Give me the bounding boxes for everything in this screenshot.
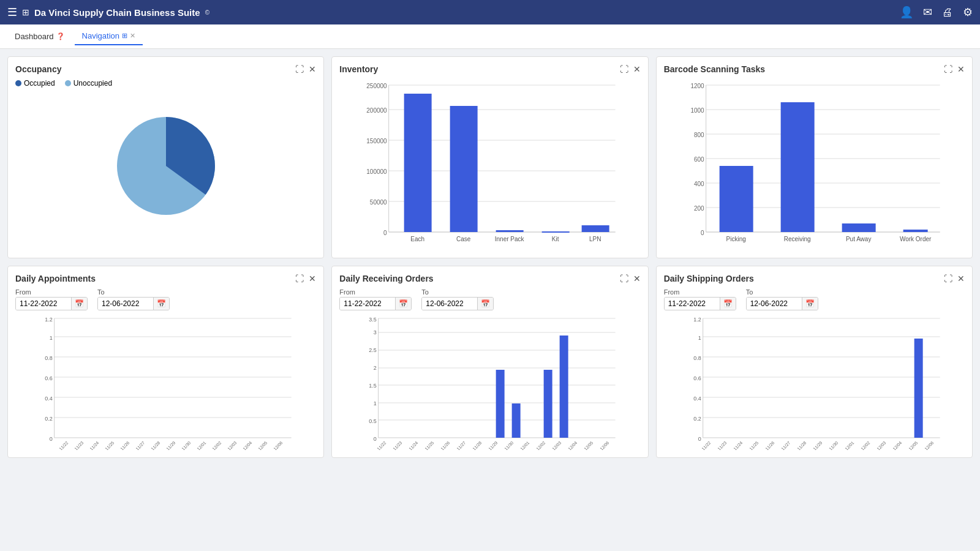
bar-inner-pack (496, 230, 524, 232)
daily-shipping-from-calendar-icon[interactable]: 📅 (720, 298, 736, 310)
svg-text:11/22: 11/22 (701, 440, 711, 450)
daily-receiving-to-calendar-icon[interactable]: 📅 (477, 298, 493, 310)
inventory-close-icon[interactable]: ✕ (633, 64, 641, 74)
legend-unoccupied: Unoccupied (65, 79, 112, 88)
inventory-widget: Inventory ⛶ ✕ 0 50000 100000 150000 2000… (331, 56, 648, 258)
tab-navigation-close[interactable]: ✕ (130, 32, 135, 40)
barcode-scanning-title: Barcode Scanning Tasks (664, 64, 765, 74)
daily-appointments-from-input[interactable] (16, 298, 71, 310)
svg-text:12/06: 12/06 (600, 440, 610, 450)
bar-kit (542, 231, 570, 233)
daily-receiving-close-icon[interactable]: ✕ (633, 274, 641, 283)
svg-text:3: 3 (374, 329, 377, 335)
svg-text:1000: 1000 (690, 107, 704, 114)
svg-text:12/04: 12/04 (242, 440, 252, 450)
daily-shipping-to-field: To 📅 (746, 288, 818, 310)
svg-text:11/27: 11/27 (456, 440, 467, 450)
app-title: Da Vinci Supply Chain Business Suite (34, 7, 200, 18)
daily-receiving-expand-icon[interactable]: ⛶ (620, 274, 628, 283)
svg-text:Case: Case (456, 236, 471, 242)
svg-text:11/24: 11/24 (89, 440, 99, 450)
svg-text:1.2: 1.2 (693, 317, 701, 323)
daily-receiving-controls: ⛶ ✕ (620, 274, 641, 283)
daily-appointments-to-field: To 📅 (97, 288, 170, 310)
svg-text:0.5: 0.5 (369, 418, 377, 424)
daily-appointments-widget: Daily Appointments ⛶ ✕ From 📅 To 📅 (7, 266, 324, 458)
svg-text:11/27: 11/27 (780, 440, 791, 450)
navigation-grid-icon: ⊞ (122, 32, 127, 40)
shipping-chart-svg: 0 0.2 0.4 0.6 0.8 1 1.2 11/22 11/23 (664, 315, 965, 450)
bar-picking (719, 166, 753, 232)
daily-receiving-from-field: From 📅 (339, 288, 412, 310)
bar-recv-13 (560, 335, 568, 438)
occupancy-close-icon[interactable]: ✕ (309, 64, 316, 74)
daily-receiving-chart: 0 0.5 1 1.5 2 2.5 3 3.5 (339, 315, 640, 450)
svg-text:12/04: 12/04 (568, 440, 578, 450)
svg-text:250000: 250000 (367, 83, 388, 89)
barcode-scanning-close-icon[interactable]: ✕ (957, 64, 965, 74)
user-icon[interactable]: 👤 (900, 6, 913, 19)
svg-text:0.4: 0.4 (45, 395, 53, 402)
daily-shipping-to-input[interactable] (747, 298, 802, 310)
daily-receiving-to-input[interactable] (422, 298, 477, 310)
daily-appointments-to-input[interactable] (98, 298, 153, 310)
daily-receiving-from-calendar-icon[interactable]: 📅 (395, 298, 411, 310)
svg-text:12/05: 12/05 (584, 440, 594, 450)
daily-appointments-to-calendar-icon[interactable]: 📅 (153, 298, 169, 310)
svg-text:12/02: 12/02 (211, 440, 222, 450)
occupancy-controls: ⛶ ✕ (295, 64, 316, 74)
svg-text:12/03: 12/03 (227, 440, 237, 450)
svg-text:0: 0 (383, 230, 387, 236)
inbox-icon[interactable]: ✉ (923, 6, 932, 19)
header-icons: 👤 ✉ 🖨 ⚙ (900, 6, 973, 19)
tab-dashboard[interactable]: Dashboard ❓ (7, 28, 72, 45)
bar-recv-7 (496, 370, 505, 438)
svg-text:12/02: 12/02 (860, 440, 870, 450)
settings-icon[interactable]: ⚙ (963, 6, 973, 19)
barcode-scanning-controls: ⛶ ✕ (944, 64, 965, 74)
svg-text:11/29: 11/29 (165, 440, 176, 450)
occupancy-legend: Occupied Unoccupied (15, 79, 316, 88)
daily-appointments-from-calendar-icon[interactable]: 📅 (71, 298, 87, 310)
svg-text:12/04: 12/04 (892, 440, 902, 450)
daily-appointments-expand-icon[interactable]: ⛶ (295, 274, 304, 283)
barcode-bar-chart-svg: 0 200 400 600 800 1000 1200 (664, 79, 965, 250)
header-left: ☰ ⊞ Da Vinci Supply Chain Business Suite… (7, 6, 209, 19)
svg-text:0.6: 0.6 (693, 375, 701, 381)
daily-appointments-close-icon[interactable]: ✕ (309, 274, 316, 283)
barcode-scanning-header: Barcode Scanning Tasks ⛶ ✕ (664, 64, 965, 74)
print-icon[interactable]: 🖨 (942, 6, 953, 19)
daily-appointments-controls: ⛶ ✕ (295, 274, 316, 283)
svg-text:11/23: 11/23 (717, 440, 727, 450)
svg-text:11/22: 11/22 (377, 440, 387, 450)
legend-unoccupied-dot (65, 80, 71, 86)
barcode-scanning-expand-icon[interactable]: ⛶ (944, 64, 952, 74)
daily-shipping-from-field: From 📅 (664, 288, 736, 310)
svg-text:0: 0 (50, 436, 53, 442)
daily-shipping-from-input[interactable] (665, 298, 720, 310)
daily-shipping-to-calendar-icon[interactable]: 📅 (802, 298, 818, 310)
svg-text:Inner Pack: Inner Pack (495, 236, 525, 242)
tab-navigation[interactable]: Navigation ⊞ ✕ (75, 28, 143, 45)
daily-shipping-close-icon[interactable]: ✕ (957, 274, 965, 283)
occupancy-expand-icon[interactable]: ⛶ (295, 64, 304, 74)
daily-receiving-date-row: From 📅 To 📅 (339, 288, 640, 310)
daily-receiving-from-input[interactable] (340, 298, 395, 310)
pie-chart-svg (105, 105, 227, 227)
svg-text:50000: 50000 (370, 199, 387, 206)
svg-text:12/02: 12/02 (536, 440, 546, 450)
hamburger-menu-icon[interactable]: ☰ (7, 6, 17, 19)
inventory-bar-chart-svg: 0 50000 100000 150000 200000 250000 Each (339, 79, 640, 250)
inventory-expand-icon[interactable]: ⛶ (620, 64, 628, 74)
daily-receiving-header: Daily Receiving Orders ⛶ ✕ (339, 274, 640, 283)
svg-text:11/27: 11/27 (135, 440, 145, 450)
grid-icon: ⊞ (22, 7, 29, 17)
dashboard-main: Occupancy ⛶ ✕ Occupied Unoccupied (0, 49, 980, 465)
daily-shipping-title: Daily Shipping Orders (664, 274, 754, 283)
dashboard-help-icon[interactable]: ❓ (56, 32, 65, 40)
daily-shipping-expand-icon[interactable]: ⛶ (944, 274, 952, 283)
svg-text:200000: 200000 (367, 107, 388, 114)
daily-shipping-controls: ⛶ ✕ (944, 274, 965, 283)
daily-shipping-widget: Daily Shipping Orders ⛶ ✕ From 📅 To 📅 (656, 266, 973, 458)
daily-receiving-title: Daily Receiving Orders (339, 274, 433, 283)
